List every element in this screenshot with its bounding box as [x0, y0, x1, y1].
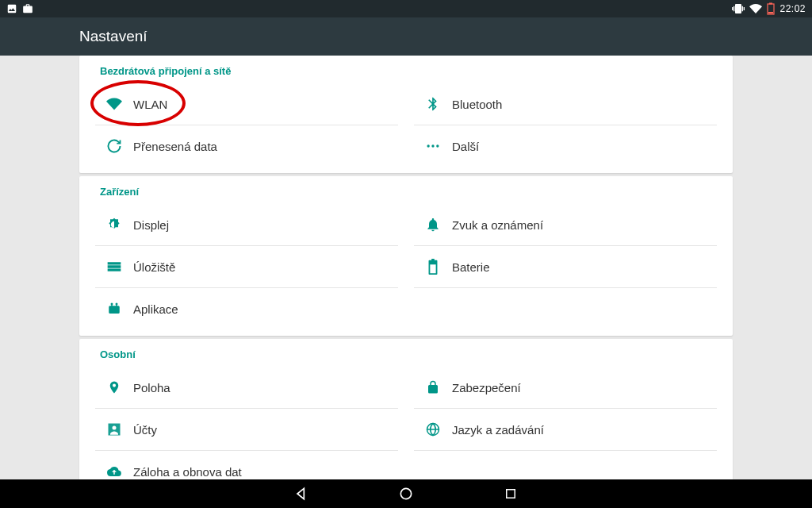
lock-icon — [414, 379, 452, 395]
section-personal: Osobní Poloha Zabezpečení Účty — [79, 339, 733, 479]
sound-label: Zvuk a oznámení — [452, 218, 543, 232]
bluetooth-item[interactable]: Bluetooth — [414, 83, 717, 125]
svg-point-6 — [113, 425, 117, 429]
data-usage-label: Přenesená data — [133, 140, 217, 153]
briefcase-icon — [22, 3, 33, 14]
brightness-icon — [95, 217, 133, 233]
apps-label: Aplikace — [133, 302, 178, 316]
apps-item[interactable]: Aplikace — [95, 288, 398, 329]
location-icon — [95, 379, 133, 395]
more-icon — [414, 138, 452, 154]
svg-rect-9 — [507, 490, 515, 498]
page-title: Nastavení — [79, 28, 147, 45]
apps-icon — [95, 301, 133, 317]
svg-rect-2 — [768, 12, 773, 13]
storage-label: Úložiště — [133, 260, 175, 274]
settings-scroll[interactable]: Bezdrátová připojení a sítě WLAN Bluetoo… — [0, 56, 812, 479]
data-usage-item[interactable]: Přenesená data — [95, 125, 398, 167]
home-button[interactable] — [397, 485, 415, 502]
section-header-personal: Osobní — [79, 339, 733, 367]
bluetooth-label: Bluetooth — [452, 98, 502, 111]
image-icon — [6, 3, 17, 14]
language-label: Jazyk a zadávání — [452, 423, 544, 437]
status-bar: 22:02 — [0, 0, 812, 17]
battery-low-icon — [767, 2, 775, 15]
section-header-wireless: Bezdrátová připojení a sítě — [79, 56, 733, 83]
security-label: Zabezpečení — [452, 381, 521, 394]
backup-item[interactable]: Záloha a obnova dat — [95, 451, 398, 479]
battery-item[interactable]: Baterie — [414, 246, 717, 287]
location-item[interactable]: Poloha — [95, 367, 398, 408]
more-item[interactable]: Další — [414, 125, 717, 167]
sound-item[interactable]: Zvuk a oznámení — [414, 204, 717, 245]
svg-point-3 — [427, 144, 430, 147]
wifi-status-icon — [749, 2, 762, 15]
wlan-item[interactable]: WLAN — [95, 83, 398, 125]
nav-bar — [0, 479, 812, 508]
location-label: Poloha — [133, 381, 170, 394]
section-wireless: Bezdrátová připojení a sítě WLAN Bluetoo… — [79, 56, 733, 173]
language-item[interactable]: Jazyk a zadávání — [414, 409, 717, 450]
battery-icon — [414, 259, 452, 275]
recents-button[interactable] — [502, 485, 519, 502]
sync-icon — [95, 138, 133, 154]
security-item[interactable]: Zabezpečení — [414, 367, 717, 408]
wlan-label: WLAN — [133, 98, 167, 111]
accounts-label: Účty — [133, 423, 157, 437]
status-clock: 22:02 — [779, 3, 806, 14]
wifi-icon — [95, 96, 133, 112]
battery-label: Baterie — [452, 260, 490, 274]
display-item[interactable]: Displej — [95, 204, 398, 245]
backup-icon — [95, 464, 133, 479]
accounts-item[interactable]: Účty — [95, 409, 398, 450]
more-label: Další — [452, 140, 479, 153]
bluetooth-icon — [414, 96, 452, 112]
storage-item[interactable]: Úložiště — [95, 246, 398, 287]
section-device: Zařízení Displej Zvuk a oznámení Úložišt… — [79, 176, 733, 336]
storage-icon — [95, 259, 133, 275]
svg-point-8 — [400, 488, 411, 498]
vibrate-icon — [732, 2, 745, 15]
globe-icon — [414, 421, 452, 437]
bell-icon — [414, 217, 452, 233]
backup-label: Záloha a obnova dat — [133, 465, 242, 479]
display-label: Displej — [133, 218, 169, 232]
app-bar: Nastavení — [0, 17, 812, 56]
account-icon — [95, 421, 133, 437]
svg-rect-1 — [769, 3, 772, 5]
section-header-device: Zařízení — [79, 176, 733, 204]
svg-point-5 — [436, 144, 439, 147]
back-button[interactable] — [293, 485, 310, 502]
svg-point-4 — [431, 144, 434, 147]
